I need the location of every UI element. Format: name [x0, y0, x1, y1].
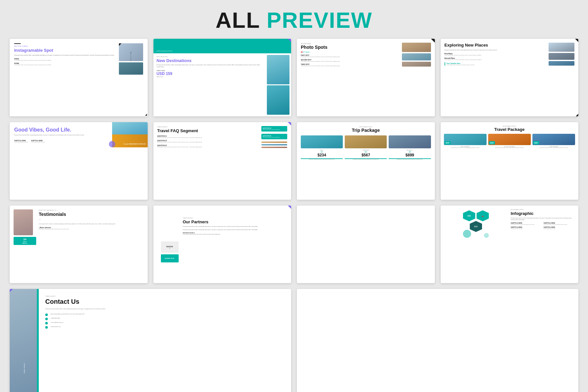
- slide8-title: Travel Package: [444, 127, 575, 132]
- slide10-body: Entrepreneurial activities differ substa…: [183, 226, 288, 228]
- slide-exploring: Exploring New Places Entrepreneurial act…: [441, 39, 579, 116]
- slide7-pkg3: ADVANCE 03 $899 A wonderful serenity has…: [389, 135, 431, 160]
- slide10-tag: TRAVEL AGENCY: [183, 217, 288, 219]
- slide10-body2: Entrepreneurial activities differ substa…: [183, 229, 288, 231]
- slide7-pkg1: BASIC 01 $234 A wonderful serenity has t…: [301, 135, 343, 160]
- slide8-pkg3: $367 THIRD PACKAGE Entrepreneurial activ…: [532, 134, 575, 149]
- slide7-pkg2: STANDARD 02 $567 A wonderful serenity ha…: [345, 135, 387, 160]
- slide13-contact2: 1-800-000-0000: [45, 317, 285, 320]
- slide-thank-you: Travelia Thank You EXPLORE WILD ETHNIC N…: [297, 289, 578, 392]
- slide-good-vibes: Good Vibes, Good Life. Entrepreneurial a…: [10, 122, 148, 200]
- slide5-brand: Travelia PRESENTATION TEMPLATE: [123, 143, 146, 145]
- slide6-faq2-a: Lorem ipsum dolor sit amet consectetur s…: [157, 142, 260, 143]
- slide-infographic: $65 🚗 $72 AFFORDABLE PRICE Infographic E…: [441, 206, 579, 283]
- slide13-contact1: Berry Street Avenue No 80 New York City …: [45, 313, 285, 316]
- slide6-qbox1: QUESTION 04 Lorem ipsum dolor sit amet c…: [261, 126, 287, 132]
- slide13-body: Entrepreneurial activities differ substa…: [45, 308, 110, 310]
- slide12-hex1-price: $65: [467, 215, 471, 217]
- slide2-body: Entrepreneurial activities differ substa…: [157, 64, 262, 68]
- slide10-partner-text: Lorem ipsum dolor sit amet consectetur s…: [183, 234, 288, 235]
- slide12-hex2-price: $72: [474, 226, 478, 228]
- slide8-pkg2: $169 SECOND PACKAGE Entrepreneurial acti…: [488, 134, 531, 149]
- slide1-place2-desc: Lorem ipsum dolor sit amet consectetur s…: [14, 64, 116, 66]
- slide-travel-package: AFFORDABLE PRICE Travel Package $234 FIR…: [441, 122, 579, 200]
- slide-faq: TRAVEL AGENCY Travel FAQ Segment QUESTIO…: [153, 122, 291, 200]
- slide-testimonials: 24 Years With Us WHAT THEY SAID ABOUT US…: [10, 206, 148, 283]
- slide7-title: Trip Package: [301, 128, 431, 133]
- slide12-sub4: SUBTITLE HERE Lorem ipsum dolor sit amet: [543, 227, 575, 229]
- slide10-title: Our Partners: [183, 219, 288, 225]
- slide9-tag: WHAT THEY SAID ABOUT US: [39, 209, 144, 211]
- slide4-subtitle-text: Lorem ipsum dolor sit amet consectetur s…: [446, 64, 547, 66]
- slide13-contact4: www.travelia.com: [45, 326, 285, 329]
- slide12-title: Infographic: [511, 211, 575, 216]
- slide9-author-sub: A wonderful serenity has taken possessio…: [39, 228, 144, 230]
- slide3-spot3-text: Lorem ipsum dolor sit amet consectetur s…: [301, 65, 400, 67]
- slide2-price: USD 159: [157, 71, 262, 76]
- slide-instagramable: SELFIE AREA Instagramable Spot Entrepren…: [10, 39, 148, 116]
- slide5-sub2-text: Lorem ipsum dolor sit amet: [31, 142, 45, 143]
- slide-trip-package: AFFORDABLE PRICE Trip Package BASIC 01 $…: [297, 122, 435, 200]
- slide12-sub1: SUBTITLE HERE Lorem ipsum dolor sit amet…: [511, 222, 542, 225]
- slide1-place1-desc: Lorem ipsum dolor sit amet consectetur s…: [14, 60, 116, 61]
- slide2-title: New Destinations: [157, 58, 262, 63]
- slide4-title: Exploring New Places: [445, 43, 547, 48]
- slide1-body: Entrepreneurial activities differ substa…: [14, 54, 116, 56]
- slide12-sub3: SUBTITLE HERE Lorem ipsum dolor sit amet: [511, 227, 542, 229]
- slide3-title: Photo Spots: [301, 45, 400, 50]
- slide12-sub2: SUBTITLE HERE Lorem ipsum dolor sit amet…: [543, 222, 575, 225]
- slide1-title: Instagramable Spot: [14, 48, 116, 53]
- slide9-quote: Lorem ipsum dolor sit amet, consectetur …: [39, 223, 144, 225]
- slide12-tag: AFFORDABLE PRICE: [511, 209, 575, 210]
- slide4-rank2-text: Lorem ipsum dolor sit amet consectetur s…: [445, 59, 547, 60]
- slide6-faq3-a: Lorem ipsum dolor sit amet consectetur s…: [157, 146, 260, 148]
- slide5-body: Entrepreneurial activities differ substa…: [14, 134, 108, 136]
- slide-photo-spots: SELFIE AREA Photo Spots 🎯 67 Spots FIRST…: [297, 39, 435, 116]
- slide13-contact3: Contact@travelia.com: [45, 322, 285, 324]
- slide6-title: Travel FAQ Segment: [157, 128, 260, 133]
- slide9-badge: 24 Years With Us: [14, 237, 36, 245]
- slide2-header: add the advertisement here: [157, 50, 173, 52]
- slide-break-time: Entrepreneurial activities differ substa…: [297, 206, 435, 283]
- slide3-count: 🎯 67 Spots: [301, 51, 400, 53]
- slide9-title: Testimonials: [39, 212, 144, 217]
- quote-mark-icon: ": [39, 219, 144, 223]
- slide-contact: TRAVEL AGENCY TRAVEL AGENCY Contact Us E…: [10, 289, 291, 392]
- slide13-tag: TRAVEL AGENCY: [45, 295, 285, 297]
- slide5-sub1-text: Lorem ipsum dolor sit amet: [14, 142, 28, 143]
- slide4-rank1-text: Lorem ipsum dolor sit amet consectetur s…: [445, 55, 547, 56]
- slide3-spot2-text: Lorem ipsum dolor sit amet consectetur s…: [301, 61, 400, 62]
- slide2-dest: MALDIVES: [157, 76, 262, 78]
- slide2-tag: BEST SELECTION: [157, 56, 262, 58]
- slide12-body: Entrepreneurial activities differ substa…: [511, 217, 575, 221]
- header-title-black: ALL: [215, 8, 260, 32]
- slide13-title: Contact Us: [45, 298, 285, 305]
- slide6-tag: TRAVEL AGENCY: [157, 126, 260, 128]
- slides-grid: SELFIE AREA Instagramable Spot Entrepren…: [0, 39, 588, 392]
- slide4-body: Entrepreneurial activities differ substa…: [445, 49, 547, 51]
- slide-new-destinations: add the advertisement here BEST SELECTIO…: [153, 39, 291, 116]
- page-header: ALL PREVIEW: [0, 0, 588, 39]
- slide6-faq1-a: Lorem ipsum dolor sit amet consectetur s…: [157, 137, 260, 139]
- header-title-teal: PREVIEW: [267, 8, 373, 32]
- slide5-title: Good Vibes, Good Life.: [14, 127, 108, 133]
- slide3-spot1-text: Lorem ipsum dolor sit amet consectetur s…: [301, 56, 400, 58]
- slide-partners: MAISON ◆ LAKESIDE HOTEL TRAVEL AGENCY Ou…: [153, 206, 291, 283]
- slide1-tag: SELFIE AREA: [14, 45, 116, 47]
- slide8-pkg1: $234 FIRST PACKAGE Entrepreneurial activ…: [444, 134, 487, 149]
- slide6-qbox2: QUESTION 05 Lorem ipsum dolor sit amet c…: [261, 134, 287, 139]
